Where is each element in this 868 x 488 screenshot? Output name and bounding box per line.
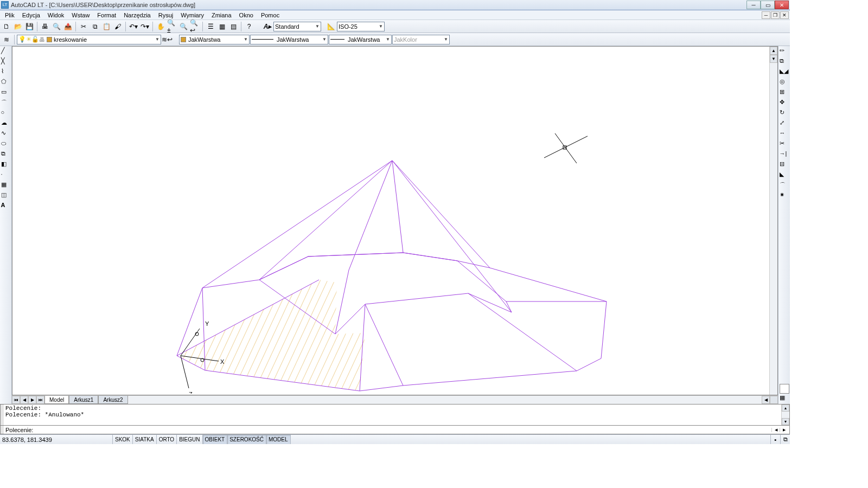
tab-arkusz1[interactable]: Arkusz1 — [69, 396, 98, 404]
menu-narzedzia[interactable]: Narzędzia — [120, 11, 155, 19]
tab-prev-icon[interactable]: ◀ — [20, 396, 28, 404]
rotate-icon[interactable]: ↻ — [780, 109, 789, 119]
xline-icon[interactable]: ╳ — [1, 57, 11, 67]
canvas-vscrollbar[interactable]: ▲ ▼ — [769, 47, 777, 395]
status-comm-icon[interactable]: ⧉ — [780, 435, 790, 444]
erase-icon[interactable]: ✏ — [780, 47, 789, 57]
color-dropdown[interactable]: JakWarstwa▼ — [179, 35, 250, 44]
menu-okno[interactable]: Okno — [235, 11, 257, 19]
circle-icon[interactable]: ○ — [1, 109, 11, 119]
explode-icon[interactable]: ✷ — [780, 191, 789, 201]
mdi-close-button[interactable]: ✕ — [780, 11, 789, 19]
zoom-previous-icon[interactable]: 🔍↩ — [189, 21, 200, 32]
undo-icon[interactable]: ↶▾ — [128, 21, 139, 32]
properties-icon[interactable]: ☰ — [205, 21, 216, 32]
menu-edycja[interactable]: Edycja — [18, 11, 44, 19]
toggle-szerokosc[interactable]: SZEROKOŚĆ — [227, 435, 266, 444]
mdi-restore-button[interactable]: ❐ — [771, 11, 780, 19]
move-icon[interactable]: ✥ — [780, 99, 789, 108]
mdi-minimize-button[interactable]: ─ — [762, 11, 770, 19]
designcenter-icon[interactable]: ▦ — [216, 21, 227, 32]
color-swatch-current[interactable] — [780, 384, 789, 394]
textstyle-dropdown[interactable]: Standard▼ — [273, 22, 321, 31]
menu-zmiana[interactable]: Zmiana — [208, 11, 235, 19]
linetype-dropdown[interactable]: JakWarstwa▼ — [250, 35, 328, 44]
close-button[interactable]: ✕ — [775, 1, 789, 9]
toggle-siatka[interactable]: SIATKA — [133, 435, 157, 444]
ellipse-icon[interactable]: ⬭ — [1, 140, 11, 150]
mirror-icon[interactable]: ◣◢ — [780, 68, 789, 78]
paste-icon[interactable]: 📋 — [101, 21, 112, 32]
polygon-icon[interactable]: ⬠ — [1, 78, 11, 88]
redo-icon[interactable]: ↷▾ — [139, 21, 150, 32]
status-coords[interactable]: 83.6378, 181.3439 — [0, 435, 113, 444]
textstyle-icon[interactable]: A▸ — [262, 21, 273, 32]
array-icon[interactable]: ⊞ — [780, 88, 789, 98]
menu-widok[interactable]: Widok — [44, 11, 68, 19]
polyline-icon[interactable]: ⌇ — [1, 68, 11, 78]
publish-icon[interactable]: 📤 — [62, 21, 73, 32]
drawing-canvas[interactable]: X Y Z ▲ ▼ — [12, 46, 778, 395]
zoom-window-icon[interactable]: 🔍 — [178, 21, 189, 32]
layer-dropdown[interactable]: 💡 ☀ 🔓 🖶 kreskowanie ▼ — [17, 35, 161, 44]
tab-next-icon[interactable]: ▶ — [28, 396, 36, 404]
point-icon[interactable]: · — [1, 171, 11, 181]
menu-pomoc[interactable]: Pomoc — [257, 11, 283, 19]
menu-plik[interactable]: Plik — [1, 11, 18, 19]
cmd-scroll-left-icon[interactable]: ◀ — [775, 428, 777, 432]
mtext-icon[interactable]: A — [1, 202, 11, 211]
minimize-button[interactable]: ─ — [746, 1, 761, 9]
scroll-down-icon[interactable]: ▼ — [770, 55, 777, 63]
print-icon[interactable]: 🖶 — [40, 21, 50, 32]
region-icon[interactable]: ◫ — [1, 191, 11, 201]
tab-arkusz2[interactable]: Arkusz2 — [98, 396, 127, 404]
zoom-realtime-icon[interactable]: 🔍± — [167, 21, 177, 32]
status-tray-icon[interactable]: ▪ — [770, 435, 780, 444]
dimstyle-dropdown[interactable]: ISO-25▼ — [337, 22, 385, 31]
save-icon[interactable]: 💾 — [24, 21, 35, 32]
hatch-icon[interactable]: ▦ — [1, 181, 11, 191]
layer-manager-icon[interactable]: ≋ — [1, 34, 12, 45]
fillet-icon[interactable]: ⌒ — [780, 181, 789, 191]
toggle-obiekt[interactable]: OBIEKT — [203, 435, 228, 444]
block-icon[interactable]: ◧ — [1, 160, 11, 170]
menu-format[interactable]: Format — [93, 11, 120, 19]
canvas-hscrollbar[interactable]: ◀ ▶ — [128, 396, 778, 404]
plotstyle-dropdown[interactable]: JakKolor▼ — [392, 35, 450, 44]
toggle-model[interactable]: MODEL — [266, 435, 291, 444]
insert-icon[interactable]: ⧉ — [1, 150, 11, 160]
cmd-scroll-right-icon[interactable]: ▶ — [783, 428, 786, 432]
extend-icon[interactable]: →| — [780, 150, 789, 160]
print-preview-icon[interactable]: 🔍 — [51, 21, 62, 32]
toggle-orto[interactable]: ORTO — [157, 435, 177, 444]
revcloud-icon[interactable]: ☁ — [1, 119, 11, 129]
rectangle-icon[interactable]: ▭ — [1, 88, 11, 98]
maximize-button[interactable]: ▭ — [761, 1, 775, 9]
stretch-icon[interactable]: ↔ — [780, 130, 789, 139]
pan-icon[interactable]: ✋ — [155, 21, 166, 32]
tab-model[interactable]: Model — [44, 396, 69, 404]
chamfer-icon[interactable]: ◣ — [780, 171, 789, 181]
layer-previous-icon[interactable]: ≋↩ — [162, 34, 173, 45]
tab-last-icon[interactable]: ⏭ — [36, 396, 44, 404]
command-vscroll[interactable]: ▲▼ — [781, 404, 789, 425]
toggle-skok[interactable]: SKOK — [113, 435, 133, 444]
toggle-biegun[interactable]: BIEGUN — [177, 435, 202, 444]
lineweight-dropdown[interactable]: JakWarstwa▼ — [329, 35, 392, 44]
open-icon[interactable]: 📂 — [12, 21, 23, 32]
scroll-left-icon[interactable]: ◀ — [762, 396, 770, 404]
copy-icon[interactable]: ⧉ — [90, 21, 100, 32]
trim-icon[interactable]: ✂ — [780, 140, 789, 150]
dimstyle-icon[interactable]: 📐 — [326, 21, 336, 32]
offset-icon[interactable]: ◎ — [780, 78, 789, 88]
menu-wymiary[interactable]: Wymiary — [177, 11, 208, 19]
match-icon[interactable]: 🖌 — [112, 21, 123, 32]
menu-wstaw[interactable]: Wstaw — [68, 11, 93, 19]
spline-icon[interactable]: ∿ — [1, 130, 11, 139]
copy-obj-icon[interactable]: ⧉ — [780, 57, 789, 67]
arc-icon[interactable]: ⌒ — [1, 99, 11, 108]
break-icon[interactable]: ⊟ — [780, 160, 789, 170]
tab-first-icon[interactable]: ⏮ — [12, 396, 20, 404]
toolpalette-icon[interactable]: ▤ — [228, 21, 239, 32]
scroll-up-icon[interactable]: ▲ — [770, 47, 777, 55]
